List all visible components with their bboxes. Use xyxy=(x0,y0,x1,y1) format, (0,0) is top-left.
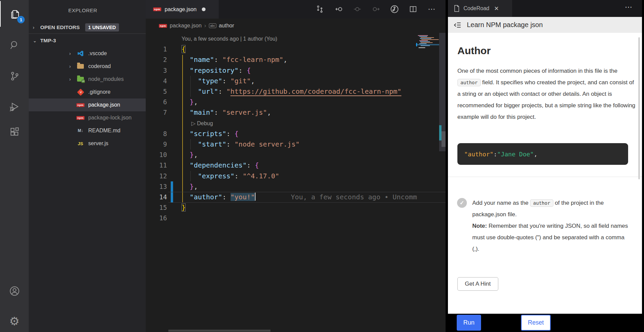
line-number: 14 xyxy=(146,192,167,202)
code-line-13[interactable]: }, xyxy=(182,181,446,192)
git-history-icon[interactable] xyxy=(388,3,401,16)
account-button[interactable] xyxy=(0,278,29,304)
close-icon[interactable]: ✕ xyxy=(494,5,499,12)
tree-item-package-lock-json[interactable]: npmpackage-lock.json xyxy=(29,111,146,124)
continue-icon[interactable] xyxy=(369,3,382,16)
example-code-block: "author": "Jane Doe", xyxy=(457,143,628,165)
breadcrumb-file[interactable]: package.json xyxy=(170,23,201,29)
reset-button[interactable]: Reset xyxy=(521,315,551,331)
code-line-15[interactable]: } xyxy=(182,202,446,213)
overview-ruler-marker xyxy=(439,125,442,140)
webview-scrollbar[interactable] xyxy=(638,37,640,179)
line-number: 9 xyxy=(146,139,167,150)
npm-icon: npm xyxy=(76,114,85,122)
minimap[interactable] xyxy=(416,33,439,202)
inline-blame: You, a few seconds ago • Uncomm xyxy=(291,193,417,201)
line-number: 3 xyxy=(146,65,167,76)
code-line-4[interactable]: "type": "git", xyxy=(182,76,446,86)
extensions-activity-button[interactable] xyxy=(0,119,29,145)
explorer-activity-button[interactable]: 1 xyxy=(0,1,29,27)
minimap-line xyxy=(418,35,428,36)
file-icon xyxy=(453,5,460,12)
minimap-line xyxy=(421,37,434,38)
code-line-12[interactable]: "express": "^4.17.0" xyxy=(182,171,446,181)
minimap-line xyxy=(419,36,427,37)
chevron-right-icon: › xyxy=(67,64,73,69)
codelens-debug[interactable]: ▷ Debug xyxy=(191,118,213,129)
panel-divider[interactable] xyxy=(446,0,448,332)
minimap-line xyxy=(419,40,428,41)
task-check-icon: ✓ xyxy=(457,198,467,208)
run-debug-activity-button[interactable] xyxy=(0,94,29,119)
code-line-1[interactable]: { xyxy=(182,44,446,54)
tree-item-package-json[interactable]: npmpackage.json xyxy=(29,98,146,111)
gear-icon: ⚙ xyxy=(9,315,19,327)
tree-item--vscode[interactable]: ›.vscode xyxy=(29,47,146,60)
tree-item-node-modules[interactable]: ›JSnode_modules xyxy=(29,73,146,86)
tree-item-label: node_modules xyxy=(88,76,124,82)
menu-back-icon[interactable] xyxy=(453,21,462,29)
code-line-5[interactable]: "url": "https://github.com/coderoad/fcc-… xyxy=(182,86,446,97)
code-line-10[interactable]: }, xyxy=(182,150,446,160)
split-editor-icon[interactable] xyxy=(407,3,420,16)
tree-item-coderoad[interactable]: ›coderoad xyxy=(29,60,146,73)
extensions-icon xyxy=(9,126,20,137)
modified-line-marker xyxy=(171,181,173,192)
tree-item-label: package.json xyxy=(88,102,120,108)
vscode-window: 1 xyxy=(0,0,644,332)
workspace-root-label: TMP-3 xyxy=(40,38,56,44)
step-back-icon[interactable] xyxy=(333,3,345,16)
tab-coderoad[interactable]: CodeRoad ✕ xyxy=(448,0,512,17)
source-control-icon xyxy=(9,70,20,82)
code-line-7[interactable]: "main": "server.js", xyxy=(182,107,446,118)
window-edge xyxy=(642,0,644,332)
minimap-current-line xyxy=(416,44,439,45)
inline-code-chip: author xyxy=(530,199,553,207)
run-button[interactable]: Run xyxy=(457,315,481,331)
tree-item-readme-md[interactable]: M↓README.md xyxy=(29,124,146,137)
coderoad-content: Author One of the most common pieces of … xyxy=(448,33,642,314)
tree-item--gitignore[interactable]: ⑂.gitignore xyxy=(29,86,146,98)
chevron-down-icon: ⌄ xyxy=(33,38,38,43)
code-line-14[interactable]: "author": "you!"You, a few seconds ago •… xyxy=(182,192,446,202)
get-hint-button[interactable]: Get A Hint xyxy=(457,277,498,291)
unsaved-badge: 1 UNSAVED xyxy=(85,23,119,31)
tree-item-server-js[interactable]: JSserver.js xyxy=(29,137,146,150)
tab-package-json[interactable]: npm package.json xyxy=(146,0,219,19)
code-line-8[interactable]: "scripts": { xyxy=(182,129,446,139)
text-cursor xyxy=(255,193,256,201)
search-activity-button[interactable] xyxy=(0,32,29,58)
tree-item-label: README.md xyxy=(88,128,120,134)
code-line-6[interactable]: }, xyxy=(182,97,446,107)
code-line-3[interactable]: "repository": { xyxy=(182,65,446,76)
tree-item-label: .gitignore xyxy=(88,89,111,95)
settings-button[interactable]: ⚙ xyxy=(0,308,29,332)
horizontal-scrollbar[interactable] xyxy=(168,330,270,332)
code-line-2[interactable]: "name": "fcc-learn-npm", xyxy=(182,54,446,65)
inline-code-chip: author xyxy=(457,79,481,86)
open-editors-section[interactable]: › OPEN EDITORS 1 UNSAVED xyxy=(29,21,146,34)
minimap-line xyxy=(420,41,430,42)
webview-more-actions[interactable]: ⋯ xyxy=(625,3,632,12)
activity-bar: 1 xyxy=(0,0,29,332)
codelens-authors[interactable]: You, a few seconds ago | 1 author (You) xyxy=(182,34,277,44)
workspace-root-row[interactable]: ⌄ TMP-3 xyxy=(29,34,146,47)
bracket-guide xyxy=(182,55,183,202)
source-control-activity-button[interactable] xyxy=(0,63,29,89)
record-icon[interactable] xyxy=(351,3,364,16)
current-line-border xyxy=(168,202,446,203)
breadcrumb-symbol[interactable]: author xyxy=(219,23,234,29)
line-number: 8 xyxy=(146,129,167,139)
minimap-line xyxy=(421,42,433,43)
code-line-11[interactable]: "dependencies": { xyxy=(182,160,446,171)
tutorial-title: Learn NPM package json xyxy=(467,21,543,29)
code-line-9[interactable]: "start": "node server.js" xyxy=(182,139,446,150)
explorer-badge: 1 xyxy=(17,16,25,23)
chevron-right-icon: › xyxy=(204,23,206,29)
chevron-right-icon: › xyxy=(67,51,73,56)
more-actions-icon[interactable]: ⋯ xyxy=(425,3,438,16)
code-line-16[interactable] xyxy=(182,213,446,223)
line-number: 15 xyxy=(146,202,167,213)
compare-changes-icon[interactable] xyxy=(313,3,326,16)
vscode-icon xyxy=(76,49,85,58)
